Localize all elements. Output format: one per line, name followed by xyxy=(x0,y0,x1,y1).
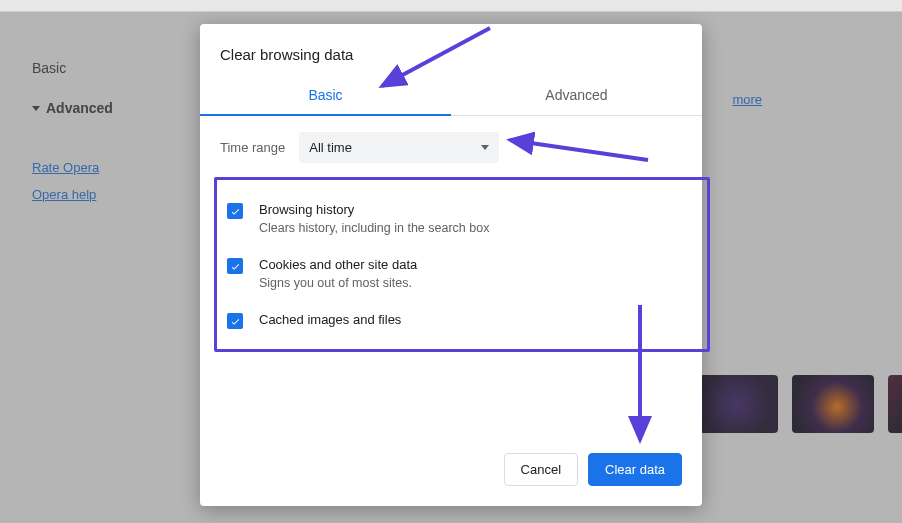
option-desc: Clears history, including in the search … xyxy=(259,221,489,235)
check-icon xyxy=(230,206,241,217)
clear-data-button[interactable]: Clear data xyxy=(588,453,682,486)
dialog-footer: Cancel Clear data xyxy=(200,437,702,506)
time-range-value: All time xyxy=(309,140,352,155)
option-title: Cookies and other site data xyxy=(259,257,417,272)
option-title: Browsing history xyxy=(259,202,489,217)
option-desc: Signs you out of most sites. xyxy=(259,276,417,290)
check-icon xyxy=(230,316,241,327)
cancel-button[interactable]: Cancel xyxy=(504,453,578,486)
options-highlight-box: Browsing history Clears history, includi… xyxy=(214,177,710,352)
tab-advanced[interactable]: Advanced xyxy=(451,77,702,115)
tab-basic[interactable]: Basic xyxy=(200,77,451,115)
check-icon xyxy=(230,261,241,272)
window-topbar xyxy=(0,0,902,12)
dialog-tabs: Basic Advanced xyxy=(200,77,702,116)
dialog-title: Clear browsing data xyxy=(200,24,702,77)
time-range-select[interactable]: All time xyxy=(299,132,499,163)
dialog-body: Time range All time Browsing history Cle… xyxy=(200,116,702,437)
time-range-row: Time range All time xyxy=(220,132,682,163)
checkbox-browsing-history[interactable] xyxy=(227,203,243,219)
option-title: Cached images and files xyxy=(259,312,401,327)
chevron-down-icon xyxy=(481,145,489,150)
option-row-cached: Cached images and files xyxy=(227,304,697,335)
time-range-label: Time range xyxy=(220,140,285,155)
checkbox-cached[interactable] xyxy=(227,313,243,329)
option-row-browsing-history: Browsing history Clears history, includi… xyxy=(227,194,697,249)
clear-browsing-data-dialog: Clear browsing data Basic Advanced Time … xyxy=(200,24,702,506)
checkbox-cookies[interactable] xyxy=(227,258,243,274)
option-row-cookies: Cookies and other site data Signs you ou… xyxy=(227,249,697,304)
